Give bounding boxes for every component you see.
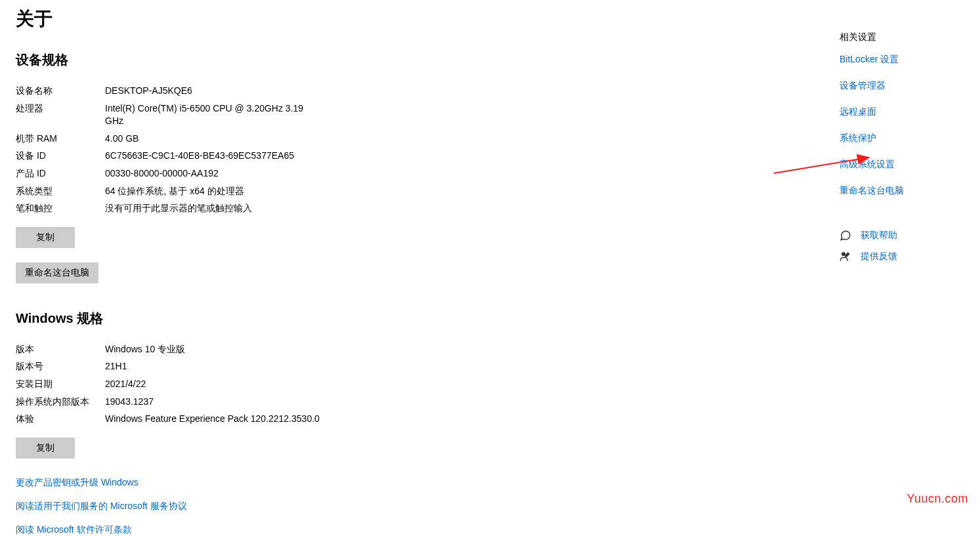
windows-spec-table: 版本 Windows 10 专业版 版本号 21H1 安装日期 2021/4/2…: [16, 343, 840, 426]
rename-pc-button[interactable]: 重命名这台电脑: [16, 262, 98, 283]
spec-value: 4.00 GB: [105, 133, 138, 146]
feedback-icon: [840, 251, 851, 262]
service-agreement-link[interactable]: 阅读适用于我们服务的 Microsoft 服务协议: [16, 501, 840, 512]
spec-label: 设备名称: [16, 85, 105, 98]
spec-label: 产品 ID: [16, 167, 105, 180]
get-help-row[interactable]: 获取帮助: [840, 230, 938, 241]
advanced-system-settings-link[interactable]: 高级系统设置: [840, 159, 938, 171]
device-spec-table: 设备名称 DESKTOP-AJ5KQE6 处理器 Intel(R) Core(T…: [16, 85, 840, 215]
device-spec-heading: 设备规格: [16, 51, 840, 69]
related-settings-heading: 相关设置: [840, 31, 938, 43]
spec-label: 设备 ID: [16, 150, 105, 163]
sidebar: 相关设置 BitLocker 设置 设备管理器 远程桌面 系统保护 高级系统设置…: [840, 31, 938, 272]
copy-windows-spec-button[interactable]: 复制: [16, 438, 75, 459]
spec-row: 产品 ID 00330-80000-00000-AA192: [16, 167, 840, 180]
spec-row: 版本号 21H1: [16, 360, 840, 373]
get-help-link[interactable]: 获取帮助: [861, 230, 897, 241]
spec-value: 64 位操作系统, 基于 x64 的处理器: [105, 185, 244, 198]
spec-value: Intel(R) Core(TM) i5-6500 CPU @ 3.20GHz …: [105, 102, 322, 128]
spec-value: DESKTOP-AJ5KQE6: [105, 85, 192, 98]
help-icon: [840, 230, 851, 241]
spec-value: 6C75663E-C9C1-40E8-BE43-69EC5377EA65: [105, 150, 294, 163]
spec-value: 00330-80000-00000-AA192: [105, 167, 219, 180]
spec-value: 19043.1237: [105, 396, 154, 409]
copy-device-spec-button[interactable]: 复制: [16, 227, 75, 248]
spec-label: 机带 RAM: [16, 133, 105, 146]
spec-row: 系统类型 64 位操作系统, 基于 x64 的处理器: [16, 185, 840, 198]
spec-label: 操作系统内部版本: [16, 396, 105, 409]
feedback-row[interactable]: 提供反馈: [840, 251, 938, 262]
spec-value: 没有可用于此显示器的笔或触控输入: [105, 202, 252, 215]
spec-row: 笔和触控 没有可用于此显示器的笔或触控输入: [16, 202, 840, 215]
rename-pc-link[interactable]: 重命名这台电脑: [840, 185, 938, 197]
bottom-links: 更改产品密钥或升级 Windows 阅读适用于我们服务的 Microsoft 服…: [16, 477, 840, 536]
spec-label: 版本: [16, 343, 105, 356]
change-product-key-link[interactable]: 更改产品密钥或升级 Windows: [16, 477, 840, 489]
spec-label: 版本号: [16, 360, 105, 373]
spec-label: 处理器: [16, 102, 105, 115]
spec-row: 安装日期 2021/4/22: [16, 378, 840, 391]
spec-value: Windows 10 专业版: [105, 343, 185, 356]
spec-label: 体验: [16, 413, 105, 426]
device-manager-link[interactable]: 设备管理器: [840, 80, 938, 92]
feedback-link[interactable]: 提供反馈: [861, 251, 897, 262]
svg-point-0: [842, 252, 845, 256]
spec-label: 安装日期: [16, 378, 105, 391]
system-protection-link[interactable]: 系统保护: [840, 133, 938, 144]
spec-value: Windows Feature Experience Pack 120.2212…: [105, 413, 320, 426]
spec-label: 笔和触控: [16, 202, 105, 215]
bitlocker-link[interactable]: BitLocker 设置: [840, 54, 938, 66]
spec-row: 处理器 Intel(R) Core(TM) i5-6500 CPU @ 3.20…: [16, 102, 840, 128]
spec-row: 操作系统内部版本 19043.1237: [16, 396, 840, 409]
remote-desktop-link[interactable]: 远程桌面: [840, 106, 938, 118]
windows-spec-heading: Windows 规格: [16, 310, 840, 327]
spec-row: 设备名称 DESKTOP-AJ5KQE6: [16, 85, 840, 98]
spec-row: 体验 Windows Feature Experience Pack 120.2…: [16, 413, 840, 426]
watermark: Yuucn.com: [906, 492, 968, 506]
spec-row: 机带 RAM 4.00 GB: [16, 133, 840, 146]
spec-row: 设备 ID 6C75663E-C9C1-40E8-BE43-69EC5377EA…: [16, 150, 840, 163]
spec-row: 版本 Windows 10 专业版: [16, 343, 840, 356]
license-terms-link[interactable]: 阅读 Microsoft 软件许可条款: [16, 524, 840, 536]
page-title: 关于: [16, 7, 840, 31]
spec-value: 21H1: [105, 360, 127, 373]
spec-value: 2021/4/22: [105, 378, 146, 391]
spec-label: 系统类型: [16, 185, 105, 198]
